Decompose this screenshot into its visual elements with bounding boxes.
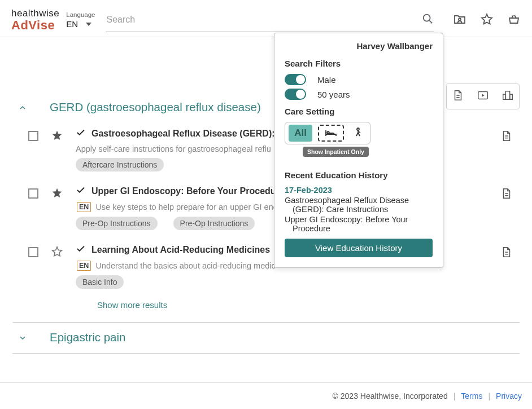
result-desc: Use key steps to help prepare for an upp…: [95, 203, 277, 212]
result-row: Learning About Acid-Reducing Medicines E…: [12, 239, 520, 298]
svg-line-1: [429, 20, 432, 23]
folder-user-icon: [453, 12, 466, 26]
section-header-epigastric[interactable]: Epigastric pain: [12, 331, 520, 353]
bed-icon: [324, 126, 338, 140]
footer-sep: |: [453, 392, 456, 401]
tag[interactable]: Aftercare Instructions: [76, 158, 164, 171]
chevron-down-icon: [18, 333, 27, 342]
logo-line2: AdVise: [11, 19, 59, 32]
main-content: GERD (gastroesophageal reflux disease) G…: [0, 37, 532, 371]
document-type-button[interactable]: [452, 89, 464, 104]
seg-inpatient[interactable]: [318, 125, 344, 142]
result-row: Upper GI Endoscopy: Before Your Procedur…: [12, 181, 520, 239]
recent-header: Recent Education History: [285, 170, 433, 180]
recent-item[interactable]: (GERD): Care Instructions: [293, 205, 433, 214]
show-more-link[interactable]: Show more results: [12, 298, 520, 322]
result-desc: Understand the basics about acid-reducin…: [95, 261, 275, 270]
view-education-history-button[interactable]: View Education History: [285, 239, 433, 257]
open-document-button[interactable]: [500, 130, 516, 144]
language-label: Language: [66, 11, 95, 18]
search-field-wrap: [106, 8, 434, 32]
result-row: Gastroesophageal Reflux Disease (GERD): …: [12, 123, 520, 181]
video-icon: [477, 89, 489, 102]
tag[interactable]: Basic Info: [76, 275, 124, 289]
privacy-link[interactable]: Privacy: [496, 392, 522, 401]
recent-item[interactable]: Upper GI Endoscopy: Before Your: [285, 215, 433, 224]
tag[interactable]: Pre-Op Instructions: [173, 217, 255, 230]
language-selector[interactable]: Language EN: [66, 11, 95, 29]
section-title: Epigastric pain: [50, 331, 125, 344]
filters-header: Search Filters: [285, 59, 433, 68]
inpatient-tooltip: Show Inpatient Only: [303, 147, 369, 157]
copyright: © 2023 Healthwise, Incorporated: [333, 392, 448, 401]
document-icon: [500, 187, 513, 200]
check-icon: [76, 185, 86, 197]
tag[interactable]: Pre-Op Instructions: [76, 217, 158, 230]
section-header-gerd[interactable]: GERD (gastroesophageal reflux disease): [12, 96, 520, 123]
search-button[interactable]: [421, 12, 434, 27]
building-icon: [502, 89, 514, 102]
age-toggle[interactable]: [285, 89, 306, 100]
star-toggle[interactable]: [51, 129, 63, 144]
favorites-button[interactable]: [480, 12, 494, 28]
terms-link[interactable]: Terms: [461, 392, 482, 401]
basket-icon: [507, 12, 521, 26]
top-icon-group: [453, 12, 521, 28]
footer: © 2023 Healthwise, Incorporated | Terms …: [0, 382, 532, 409]
star-toggle[interactable]: [51, 187, 63, 201]
results-list: Gastroesophageal Reflux Disease (GERD): …: [12, 123, 520, 298]
language-badge: EN: [77, 202, 91, 212]
patient-name: Harvey Wallbanger: [285, 41, 433, 51]
media-type-group: [446, 83, 520, 109]
brand-logo: healthwise AdVise: [11, 8, 59, 32]
svg-point-16: [357, 128, 359, 130]
search-icon: [421, 12, 434, 25]
filter-panel: Harvey Wallbanger Search Filters Male 50…: [274, 33, 443, 268]
logo-line1: healthwise: [11, 8, 59, 19]
result-title[interactable]: Gastroesophageal Reflux Disease (GERD):: [91, 129, 275, 139]
folder-user-button[interactable]: [453, 12, 466, 28]
section-title: GERD (gastroesophageal reflux disease): [50, 100, 261, 114]
section-divider: [12, 322, 520, 323]
recent-item[interactable]: Gastroesophageal Reflux Disease: [285, 196, 433, 205]
language-value: EN: [66, 19, 78, 29]
sex-filter-row: Male: [285, 74, 433, 85]
select-checkbox[interactable]: [28, 247, 38, 257]
document-icon: [500, 246, 513, 258]
org-type-button[interactable]: [502, 89, 514, 104]
check-icon: [76, 244, 86, 256]
document-icon: [452, 89, 464, 102]
svg-point-2: [459, 18, 461, 20]
star-filled-icon: [51, 187, 63, 199]
result-title[interactable]: Learning About Acid-Reducing Medicines: [91, 245, 270, 255]
video-type-button[interactable]: [477, 89, 489, 104]
age-label: 50 years: [317, 90, 350, 99]
language-badge: EN: [77, 261, 91, 271]
language-value-row: EN: [66, 19, 95, 29]
svg-rect-8: [510, 94, 513, 99]
open-document-button[interactable]: [500, 187, 516, 202]
basket-button[interactable]: [507, 12, 521, 28]
svg-point-0: [424, 15, 430, 21]
star-icon: [480, 12, 494, 26]
sex-toggle[interactable]: [285, 74, 306, 85]
top-bar: healthwise AdVise Language EN: [0, 0, 532, 37]
svg-point-15: [327, 131, 329, 134]
seg-all[interactable]: All: [289, 125, 312, 142]
result-desc: Apply self-care instructions for gastroe…: [76, 144, 271, 153]
recent-item[interactable]: Procedure: [293, 224, 433, 233]
section-divider: [12, 353, 520, 354]
select-checkbox[interactable]: [28, 131, 38, 141]
select-checkbox[interactable]: [28, 188, 38, 199]
open-document-button[interactable]: [500, 246, 516, 261]
result-title[interactable]: Upper GI Endoscopy: Before Your Procedur…: [91, 186, 285, 196]
seg-outpatient[interactable]: [350, 125, 367, 142]
chevron-down-icon: [86, 23, 91, 26]
person-walking-icon: [351, 126, 365, 140]
star-filled-icon: [51, 129, 63, 142]
sex-label: Male: [317, 75, 336, 85]
search-input[interactable]: [106, 10, 422, 29]
star-toggle[interactable]: [51, 245, 63, 260]
svg-rect-7: [503, 94, 506, 99]
chevron-up-icon: [18, 103, 27, 112]
